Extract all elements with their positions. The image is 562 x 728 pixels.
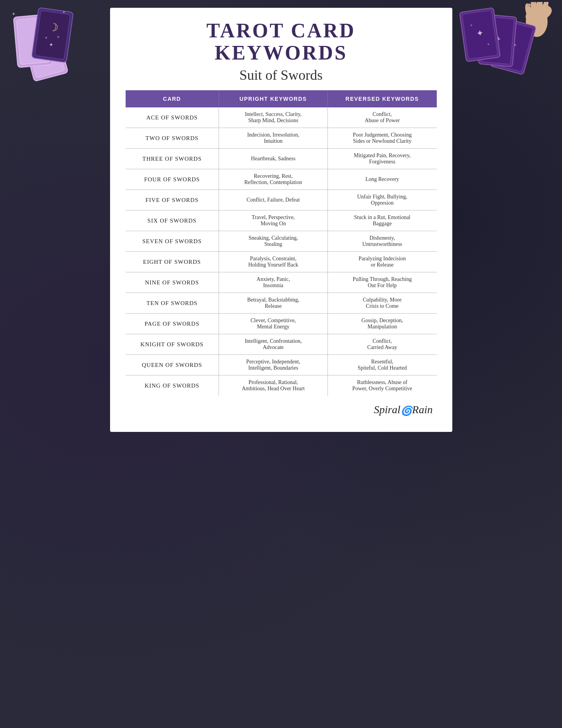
cell-reversed-0: Conflict, Abuse of Power — [328, 107, 437, 128]
table-row: TEN OF SWORDSBetrayal, Backstabbing, Rel… — [126, 293, 437, 314]
left-corner-decoration: ☽ ✦ ✦ ✦ ✦ ✦ — [8, 4, 97, 87]
cell-card-7: EIGHT OF SWORDS — [126, 252, 219, 272]
cell-upright-2: Heartbreak, Sadness — [219, 149, 328, 169]
cell-upright-5: Travel, Perspective, Moving On — [219, 211, 328, 231]
svg-text:✦: ✦ — [487, 42, 490, 47]
cell-upright-4: Conflict, Failure, Defeat — [219, 190, 328, 211]
cell-card-10: PAGE OF SWORDS — [126, 314, 219, 334]
cell-card-11: KNIGHT OF SWORDS — [126, 334, 219, 355]
table-row: QUEEN OF SWORDSPerceptive, Independent, … — [126, 355, 437, 375]
svg-text:✦: ✦ — [62, 10, 65, 14]
table-row: FOUR OF SWORDSRecovering, Rest, Reflecti… — [126, 169, 437, 190]
cell-card-4: FIVE OF SWORDS — [126, 190, 219, 211]
svg-text:✦: ✦ — [44, 35, 48, 40]
title-line2: KEYWORDS — [215, 42, 347, 64]
cell-card-5: SIX OF SWORDS — [126, 211, 219, 231]
cell-upright-13: Professional, Rational, Ambitious, Head … — [219, 375, 328, 396]
cell-reversed-2: Mitigated Pain, Recovery, Forgiveness — [328, 149, 437, 169]
cell-upright-10: Clever, Competitive, Mental Energy — [219, 314, 328, 334]
cell-reversed-6: Dishonesty, Untrustworthiness — [328, 231, 437, 252]
cell-reversed-10: Gossip, Deception, Manipulation — [328, 314, 437, 334]
table-row: TWO OF SWORDSIndecision, Irresolution, I… — [126, 128, 437, 149]
cell-card-6: SEVEN OF SWORDS — [126, 231, 219, 252]
cell-upright-7: Paralysis, Constraint, Holding Yourself … — [219, 252, 328, 272]
table-header: CARD UPRIGHT KEYWORDS REVERSED KEYWORDS — [126, 90, 437, 107]
svg-text:✦: ✦ — [12, 11, 16, 17]
title-section: TAROT CARD KEYWORDS Suit of Swords — [126, 19, 437, 83]
svg-rect-5 — [35, 11, 70, 59]
svg-text:✦: ✦ — [56, 35, 60, 40]
table-container: CARD UPRIGHT KEYWORDS REVERSED KEYWORDS … — [126, 90, 437, 396]
svg-text:✦: ✦ — [476, 28, 484, 39]
right-corner-decoration: ✦ ✦ ✦ ✦ ✦ ✦ — [449, 2, 558, 93]
cell-upright-12: Perceptive, Independent, Intelligent, Bo… — [219, 355, 328, 375]
cell-card-3: FOUR OF SWORDS — [126, 169, 219, 190]
title-line1: TAROT CARD — [207, 19, 355, 42]
keywords-table: CARD UPRIGHT KEYWORDS REVERSED KEYWORDS … — [126, 90, 437, 396]
table-row: SEVEN OF SWORDSSneaking, Calculating, St… — [126, 231, 437, 252]
cell-upright-9: Betrayal, Backstabbing, Release — [219, 293, 328, 314]
table-row: NINE OF SWORDSAnxiety, Panic, InsomniaPu… — [126, 272, 437, 293]
main-title: TAROT CARD KEYWORDS — [126, 19, 437, 64]
cell-card-13: KING OF SWORDS — [126, 375, 219, 396]
cell-reversed-9: Culpability, More Crisis to Come — [328, 293, 437, 314]
header-reversed: REVERSED KEYWORDS — [328, 90, 437, 107]
table-row: FIVE OF SWORDSConflict, Failure, DefeatU… — [126, 190, 437, 211]
cell-card-12: QUEEN OF SWORDS — [126, 355, 219, 375]
svg-text:☽: ☽ — [48, 21, 59, 34]
header-card: CARD — [126, 90, 219, 107]
svg-text:✦: ✦ — [469, 23, 473, 28]
cell-reversed-3: Long Recovery — [328, 169, 437, 190]
cell-upright-11: Intelligent, Confrontation, Advocate — [219, 334, 328, 355]
cell-upright-6: Sneaking, Calculating, Stealing — [219, 231, 328, 252]
table-row: PAGE OF SWORDSClever, Competitive, Menta… — [126, 314, 437, 334]
cell-card-1: TWO OF SWORDS — [126, 128, 219, 149]
cell-upright-3: Recovering, Rest, Reflection, Contemplat… — [219, 169, 328, 190]
cell-card-0: ACE OF SWORDS — [126, 107, 219, 128]
cell-reversed-12: Resentful, Spiteful, Cold Hearted — [328, 355, 437, 375]
logo-icon: 🌀 — [401, 405, 412, 416]
cell-upright-0: Intellect, Success, Clarity, Sharp Mind,… — [219, 107, 328, 128]
subtitle: Suit of Swords — [126, 67, 437, 83]
cell-reversed-4: Unfair Fight, Bullying, Oppresion — [328, 190, 437, 211]
cell-card-9: TEN OF SWORDS — [126, 293, 219, 314]
svg-text:✦: ✦ — [48, 42, 54, 48]
table-row: EIGHT OF SWORDSParalysis, Constraint, Ho… — [126, 252, 437, 272]
logo-text: Spiral🌀Rain — [374, 403, 432, 416]
table-row: SIX OF SWORDSTravel, Perspective, Moving… — [126, 211, 437, 231]
cell-upright-1: Indecision, Irresolution, Intuition — [219, 128, 328, 149]
table-row: KING OF SWORDSProfessional, Rational, Am… — [126, 375, 437, 396]
main-content: TAROT CARD KEYWORDS Suit of Swords CARD … — [110, 8, 452, 432]
cell-reversed-7: Paralyzing Indecision or Release — [328, 252, 437, 272]
cell-reversed-1: Poor Judgement, Choosing Sides or Newfou… — [328, 128, 437, 149]
cell-reversed-11: Conflict, Carried Away — [328, 334, 437, 355]
table-row: ACE OF SWORDSIntellect, Success, Clarity… — [126, 107, 437, 128]
header-upright: UPRIGHT KEYWORDS — [219, 90, 328, 107]
cell-card-2: THREE OF SWORDS — [126, 149, 219, 169]
table-body: ACE OF SWORDSIntellect, Success, Clarity… — [126, 107, 437, 396]
cell-reversed-13: Ruthlessness, Abuse of Power, Overly Com… — [328, 375, 437, 396]
table-row: THREE OF SWORDSHeartbreak, SadnessMitiga… — [126, 149, 437, 169]
cell-reversed-5: Stuck in a Rut, Emotional Baggage — [328, 211, 437, 231]
header-row: CARD UPRIGHT KEYWORDS REVERSED KEYWORDS — [126, 90, 437, 107]
table-row: KNIGHT OF SWORDSIntelligent, Confrontati… — [126, 334, 437, 355]
cell-reversed-8: Pulling Through, Reaching Out For Help — [328, 272, 437, 293]
cell-upright-8: Anxiety, Panic, Insomnia — [219, 272, 328, 293]
footer-logo: Spiral🌀Rain — [126, 403, 437, 416]
cell-card-8: NINE OF SWORDS — [126, 272, 219, 293]
